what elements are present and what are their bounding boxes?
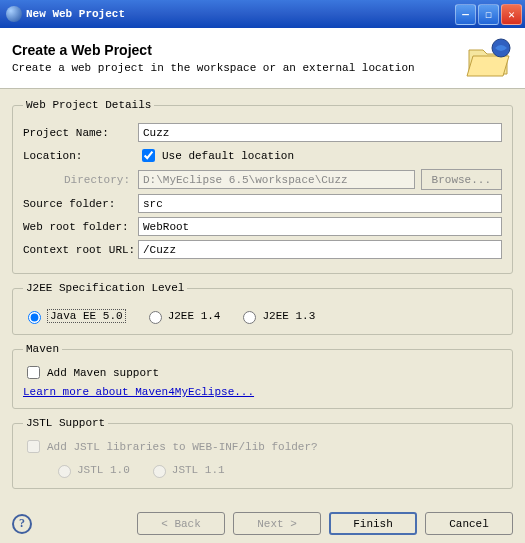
cancel-button[interactable]: Cancel <box>425 512 513 535</box>
web-root-label: Web root folder: <box>23 221 138 233</box>
radio-jstl-11-input <box>153 465 166 478</box>
finish-button[interactable]: Finish <box>329 512 417 535</box>
web-project-details-group: Web Project Details Project Name: Locati… <box>12 99 513 274</box>
next-button: Next > <box>233 512 321 535</box>
minimize-button[interactable]: — <box>455 4 476 25</box>
details-legend: Web Project Details <box>23 99 154 111</box>
page-subtitle: Create a web project in the workspace or… <box>12 62 465 74</box>
window-title: New Web Project <box>26 8 453 20</box>
j2ee-legend: J2EE Specification Level <box>23 282 187 294</box>
dialog-header: Create a Web Project Create a web projec… <box>0 28 525 89</box>
learn-more-maven-link[interactable]: Learn more about Maven4MyEclipse... <box>23 386 254 398</box>
context-root-label: Context root URL: <box>23 244 138 256</box>
location-label: Location: <box>23 150 138 162</box>
add-maven-label: Add Maven support <box>47 367 159 379</box>
jstl-group: JSTL Support Add JSTL libraries to WEB-I… <box>12 417 513 489</box>
maven-group: Maven Add Maven support Learn more about… <box>12 343 513 409</box>
j2ee-spec-group: J2EE Specification Level Java EE 5.0 J2E… <box>12 282 513 335</box>
add-jstl-label: Add JSTL libraries to WEB-INF/lib folder… <box>47 441 318 453</box>
close-button[interactable]: ✕ <box>501 4 522 25</box>
button-bar: ? < Back Next > Finish Cancel <box>0 512 525 535</box>
radio-j2ee-13[interactable]: J2EE 1.3 <box>238 308 315 324</box>
source-folder-label: Source folder: <box>23 198 138 210</box>
jstl-legend: JSTL Support <box>23 417 108 429</box>
back-button: < Back <box>137 512 225 535</box>
folder-globe-icon <box>465 38 513 78</box>
maximize-button[interactable]: ☐ <box>478 4 499 25</box>
add-maven-checkbox[interactable] <box>27 366 40 379</box>
radio-j2ee-13-input[interactable] <box>243 311 256 324</box>
radio-java-ee-5[interactable]: Java EE 5.0 <box>23 308 126 324</box>
source-folder-input[interactable] <box>138 194 502 213</box>
radio-jstl-10-input <box>58 465 71 478</box>
directory-input <box>138 170 415 189</box>
radio-java-ee-5-input[interactable] <box>28 311 41 324</box>
use-default-location-checkbox[interactable] <box>142 149 155 162</box>
radio-jstl-10: JSTL 1.0 <box>53 462 130 478</box>
add-jstl-checkbox <box>27 440 40 453</box>
browse-button: Browse... <box>421 169 502 190</box>
page-title: Create a Web Project <box>12 42 465 58</box>
app-icon <box>6 6 22 22</box>
context-root-input[interactable] <box>138 240 502 259</box>
web-root-input[interactable] <box>138 217 502 236</box>
radio-j2ee-14[interactable]: J2EE 1.4 <box>144 308 221 324</box>
use-default-location-label: Use default location <box>162 150 294 162</box>
maven-legend: Maven <box>23 343 62 355</box>
title-bar: New Web Project — ☐ ✕ <box>0 0 525 28</box>
help-button[interactable]: ? <box>12 514 32 534</box>
directory-label: Directory: <box>23 174 138 186</box>
project-name-input[interactable] <box>138 123 502 142</box>
project-name-label: Project Name: <box>23 127 138 139</box>
radio-j2ee-14-input[interactable] <box>149 311 162 324</box>
radio-jstl-11: JSTL 1.1 <box>148 462 225 478</box>
